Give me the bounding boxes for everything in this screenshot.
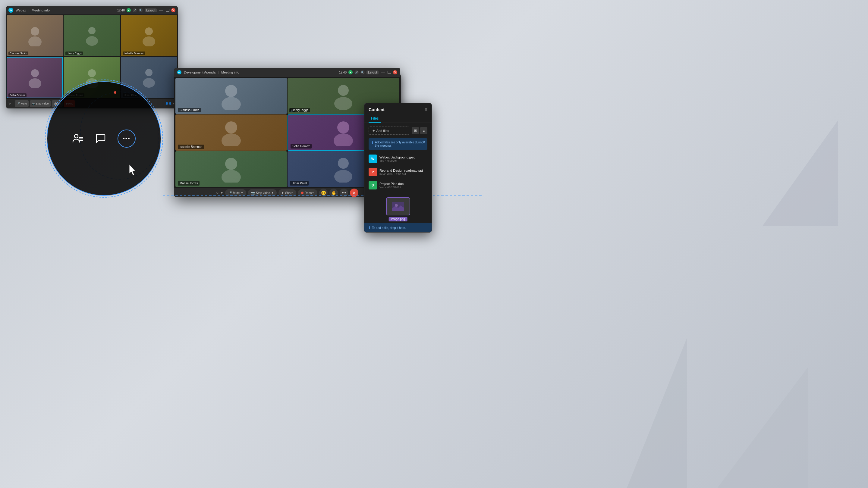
- svg-point-21: [334, 133, 353, 146]
- svg-point-14: [225, 85, 237, 97]
- svg-point-6: [145, 27, 153, 35]
- svg-point-16: [338, 85, 349, 96]
- file-name-webex-bg: Webex Background.jpeg: [379, 156, 427, 159]
- file-item-project-plan[interactable]: D Project Plan.doc You • 08/28/2021: [364, 178, 432, 192]
- end-call-btn-large[interactable]: ✕: [350, 189, 358, 197]
- label-sofia-large: Sofia Gomez: [290, 144, 312, 149]
- app-title-small: Webex: [16, 8, 26, 12]
- file-name-project-plan: Project Plan.doc: [379, 182, 427, 186]
- svg-point-4: [88, 27, 96, 34]
- maximize-btn-large[interactable]: [388, 71, 391, 74]
- list-view-btn-new[interactable]: ≡: [420, 127, 427, 134]
- image-file-label: image.png: [389, 217, 407, 221]
- svg-point-24: [338, 158, 349, 169]
- svg-point-8: [31, 69, 39, 77]
- video-cell-isabelle-small: Isabelle Brennan: [121, 15, 177, 56]
- audio-controls[interactable]: ▼: [220, 191, 223, 195]
- add-files-btn-new[interactable]: + Add files: [369, 127, 409, 135]
- file-icon-rebrand: P: [369, 168, 377, 176]
- video-cell-clarissa-small: Clarissa Smith: [7, 15, 63, 56]
- video-large-clarissa: Clarissa Smith: [176, 78, 287, 114]
- svg-point-3: [28, 36, 41, 46]
- drop-hint: ℹ To add a file, drop it here.: [364, 223, 432, 232]
- content-close-new[interactable]: ×: [425, 107, 427, 112]
- meeting-info-large[interactable]: Meeting info: [221, 70, 239, 74]
- close-btn-large[interactable]: ×: [393, 70, 397, 74]
- svg-point-25: [334, 170, 352, 183]
- label-clarissa-small: Clarissa Smith: [8, 52, 28, 55]
- svg-marker-32: [129, 164, 135, 175]
- audio-icon-small: 🎤: [133, 8, 137, 12]
- content-header-new: Content ×: [364, 103, 432, 115]
- video-large-isabelle: Isabelle Brennan: [176, 115, 287, 150]
- drop-zone: image.png: [369, 194, 427, 218]
- svg-point-15: [221, 97, 241, 110]
- svg-point-23: [221, 170, 241, 183]
- meeting-info-small[interactable]: Meeting info: [32, 8, 50, 12]
- layout-btn-small[interactable]: Layout: [145, 8, 157, 12]
- mute-btn-large[interactable]: 🎤 Mute ▼: [225, 189, 246, 196]
- titlebar-large: W Development Agenda | Meeting info 12:4…: [174, 68, 400, 77]
- rec-dot: [114, 91, 116, 94]
- label-henry-small: Henry Riggs: [65, 52, 83, 55]
- info-banner-close-btn[interactable]: ×: [423, 140, 425, 144]
- minimize-btn-small[interactable]: —: [158, 8, 164, 13]
- webex-logo-small: W: [8, 8, 13, 13]
- share-btn-large[interactable]: ⬆ Share: [278, 189, 296, 196]
- titlebar-controls-small: 12:40 ● 🎤 🔍 Layout — ×: [117, 8, 176, 13]
- sync-icon-small: ↻: [8, 102, 11, 105]
- video-large-marise: Marise Torres: [176, 151, 287, 187]
- image-thumbnail: [386, 197, 410, 216]
- svg-point-17: [334, 97, 352, 110]
- radial-menu-area: •••: [47, 82, 161, 196]
- maximize-btn-small[interactable]: [166, 9, 169, 12]
- content-panel-new: Content × Files + Add files ⊞ ≡ ℹ Added …: [364, 103, 432, 233]
- svg-point-7: [143, 36, 155, 46]
- status-green-large: ●: [348, 70, 352, 74]
- sync-icon-large: ↻: [216, 191, 218, 195]
- label-henry-large: Henry Riggs: [290, 108, 310, 112]
- drop-info-icon: ℹ: [369, 226, 370, 230]
- file-icon-webex-bg: W: [369, 155, 377, 163]
- circle-dashed-ring: [45, 79, 163, 198]
- label-isabelle-large: Isabelle Brennan: [178, 144, 204, 149]
- content-title-new: Content: [369, 107, 384, 112]
- mute-btn-small[interactable]: 🎤 Mute: [15, 100, 29, 107]
- svg-point-9: [29, 78, 41, 88]
- webex-logo-large: W: [177, 70, 181, 74]
- mouse-cursor: [128, 164, 136, 177]
- search-icon-large: 🔍: [361, 70, 365, 74]
- close-btn-small[interactable]: ×: [171, 8, 176, 12]
- svg-point-18: [225, 121, 237, 133]
- add-files-row-new: + Add files ⊞ ≡: [364, 124, 432, 137]
- content-tabs-new: Files: [364, 115, 432, 123]
- svg-point-22: [225, 158, 237, 170]
- file-name-rebrand: Rebrand Design roadmap.ppt: [379, 169, 427, 172]
- clock-small: 12:40: [117, 9, 125, 12]
- svg-point-2: [31, 27, 39, 36]
- label-marise-large: Marise Torres: [178, 181, 199, 186]
- label-isabelle-small: Isabelle Brennan: [123, 52, 146, 55]
- files-tab-new[interactable]: Files: [369, 115, 381, 123]
- label-clarissa-large: Clarissa Smith: [178, 108, 201, 112]
- label-umar-large: Umar Patel: [290, 181, 309, 186]
- file-icon-project-plan: D: [369, 181, 377, 190]
- record-btn-large[interactable]: Record: [298, 189, 317, 196]
- svg-point-20: [337, 121, 349, 133]
- label-sofia-small: Sofia Gomez: [8, 93, 27, 97]
- layout-btn-large[interactable]: Layout: [367, 70, 378, 74]
- hand-btn[interactable]: ✋: [330, 189, 338, 197]
- more-btn-large[interactable]: •••: [340, 189, 348, 197]
- svg-point-10: [88, 69, 96, 77]
- stop-video-btn-large[interactable]: 📷 Stop video ▼: [248, 189, 277, 196]
- grid-view-btn-new[interactable]: ⊞: [412, 127, 419, 134]
- reactions-btn[interactable]: 😊: [319, 189, 328, 197]
- search-icon-small: 🔍: [138, 8, 143, 12]
- svg-point-5: [86, 36, 98, 46]
- radial-menu-circle: •••: [47, 82, 161, 196]
- video-cell-henry-small: Henry Riggs: [64, 15, 120, 56]
- status-icon-small: ●: [127, 8, 131, 12]
- file-item-rebrand[interactable]: P Rebrand Design roadmap.ppt Kevin Woo •…: [364, 165, 432, 178]
- file-item-webex-bg[interactable]: W Webex Background.jpeg You • 9:00 AM: [364, 152, 432, 165]
- minimize-btn-large[interactable]: —: [380, 70, 386, 75]
